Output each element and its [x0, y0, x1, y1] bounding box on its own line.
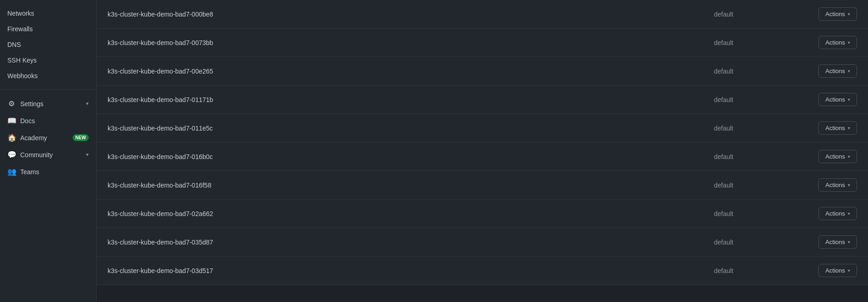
table-row: k3s-cluster-kube-demo-bad7-011e5cdefault… — [97, 114, 868, 142]
table-row: k3s-cluster-kube-demo-bad7-0073bbdefault… — [97, 28, 868, 57]
table-row: k3s-cluster-kube-demo-bad7-000be8default… — [97, 0, 868, 28]
row-tag: default — [655, 11, 793, 18]
row-name: k3s-cluster-kube-demo-bad7-000be8 — [108, 11, 655, 18]
sidebar-network-section: NetworksFirewallsDNSSSH KeysWebhooks — [0, 4, 96, 85]
actions-button-label: Actions — [825, 11, 845, 17]
actions-button-label: Actions — [825, 68, 845, 74]
row-actions-container: Actions▾ — [793, 207, 857, 220]
actions-button[interactable]: Actions▾ — [818, 64, 857, 78]
actions-button-label: Actions — [825, 39, 845, 46]
row-tag: default — [655, 153, 793, 160]
sidebar-item-teams-label: Teams — [20, 168, 89, 176]
actions-button[interactable]: Actions▾ — [818, 264, 857, 277]
sidebar-item-academy[interactable]: 🏠AcademyNEW — [0, 129, 96, 146]
row-name: k3s-cluster-kube-demo-bad7-00e265 — [108, 68, 655, 75]
row-tag: default — [655, 125, 793, 132]
row-actions-container: Actions▾ — [793, 150, 857, 163]
table-row: k3s-cluster-kube-demo-bad7-01171bdefault… — [97, 85, 868, 114]
sidebar-item-dns[interactable]: DNS — [0, 37, 96, 52]
row-tag: default — [655, 182, 793, 189]
table-row: k3s-cluster-kube-demo-bad7-016b0cdefault… — [97, 142, 868, 171]
community-chevron-icon: ▾ — [86, 152, 89, 158]
actions-chevron-icon: ▾ — [848, 68, 850, 74]
row-name: k3s-cluster-kube-demo-bad7-035d87 — [108, 239, 655, 246]
actions-button-label: Actions — [825, 153, 845, 160]
row-name: k3s-cluster-kube-demo-bad7-011e5c — [108, 125, 655, 132]
actions-button-label: Actions — [825, 125, 845, 131]
sidebar-item-settings-label: Settings — [20, 100, 81, 108]
row-tag: default — [655, 210, 793, 217]
table-row: k3s-cluster-kube-demo-bad7-00e265default… — [97, 57, 868, 85]
community-icon: 💬 — [7, 150, 16, 159]
sidebar-item-community[interactable]: 💬Community▾ — [0, 146, 96, 163]
actions-button[interactable]: Actions▾ — [818, 121, 857, 135]
row-name: k3s-cluster-kube-demo-bad7-0073bb — [108, 39, 655, 46]
row-actions-container: Actions▾ — [793, 64, 857, 78]
row-actions-container: Actions▾ — [793, 93, 857, 106]
actions-chevron-icon: ▾ — [848, 239, 850, 245]
actions-chevron-icon: ▾ — [848, 97, 850, 102]
actions-chevron-icon: ▾ — [848, 40, 850, 45]
actions-button[interactable]: Actions▾ — [818, 178, 857, 192]
sidebar-item-networks[interactable]: Networks — [0, 6, 96, 21]
sidebar-item-ssh-keys[interactable]: SSH Keys — [0, 52, 96, 68]
actions-button[interactable]: Actions▾ — [818, 235, 857, 249]
academy-badge: NEW — [73, 134, 89, 141]
settings-chevron-icon: ▾ — [86, 101, 89, 107]
row-actions-container: Actions▾ — [793, 121, 857, 135]
actions-button[interactable]: Actions▾ — [818, 7, 857, 21]
row-tag: default — [655, 39, 793, 46]
teams-icon: 👥 — [7, 167, 16, 176]
actions-chevron-icon: ▾ — [848, 125, 850, 131]
actions-chevron-icon: ▾ — [848, 182, 850, 188]
row-actions-container: Actions▾ — [793, 36, 857, 49]
actions-button[interactable]: Actions▾ — [818, 93, 857, 106]
actions-button-label: Actions — [825, 210, 845, 217]
actions-button[interactable]: Actions▾ — [818, 207, 857, 220]
row-actions-container: Actions▾ — [793, 235, 857, 249]
sidebar-item-community-label: Community — [20, 151, 81, 159]
row-tag: default — [655, 68, 793, 75]
actions-chevron-icon: ▾ — [848, 268, 850, 273]
sidebar-divider-1 — [0, 89, 96, 90]
sidebar-item-teams[interactable]: 👥Teams — [0, 163, 96, 180]
row-name: k3s-cluster-kube-demo-bad7-01171b — [108, 96, 655, 103]
sidebar-icon-section: ⚙Settings▾📖Docs🏠AcademyNEW💬Community▾👥Te… — [0, 93, 96, 182]
row-name: k3s-cluster-kube-demo-bad7-03d517 — [108, 267, 655, 274]
sidebar-item-webhooks[interactable]: Webhooks — [0, 68, 96, 84]
settings-icon: ⚙ — [7, 99, 16, 108]
sidebar-item-docs[interactable]: 📖Docs — [0, 112, 96, 129]
row-tag: default — [655, 239, 793, 246]
actions-button[interactable]: Actions▾ — [818, 36, 857, 49]
row-tag: default — [655, 267, 793, 274]
actions-chevron-icon: ▾ — [848, 11, 850, 17]
table-row: k3s-cluster-kube-demo-bad7-03d517default… — [97, 256, 868, 285]
actions-button-label: Actions — [825, 239, 845, 245]
main-content: k3s-cluster-kube-demo-bad7-000be8default… — [97, 0, 868, 302]
row-name: k3s-cluster-kube-demo-bad7-02a662 — [108, 210, 655, 217]
table-row: k3s-cluster-kube-demo-bad7-035d87default… — [97, 228, 868, 256]
actions-chevron-icon: ▾ — [848, 154, 850, 159]
actions-button-label: Actions — [825, 182, 845, 188]
nodes-table: k3s-cluster-kube-demo-bad7-000be8default… — [97, 0, 868, 285]
row-name: k3s-cluster-kube-demo-bad7-016f58 — [108, 182, 655, 189]
actions-button[interactable]: Actions▾ — [818, 150, 857, 163]
row-actions-container: Actions▾ — [793, 178, 857, 192]
sidebar-item-docs-label: Docs — [20, 117, 89, 125]
docs-icon: 📖 — [7, 116, 16, 125]
row-name: k3s-cluster-kube-demo-bad7-016b0c — [108, 153, 655, 160]
row-actions-container: Actions▾ — [793, 264, 857, 277]
sidebar-item-academy-label: Academy — [20, 134, 68, 142]
academy-icon: 🏠 — [7, 133, 16, 142]
sidebar-item-settings[interactable]: ⚙Settings▾ — [0, 95, 96, 112]
table-row: k3s-cluster-kube-demo-bad7-02a662default… — [97, 199, 868, 228]
actions-button-label: Actions — [825, 267, 845, 274]
table-row: k3s-cluster-kube-demo-bad7-016f58default… — [97, 171, 868, 199]
sidebar-item-firewalls[interactable]: Firewalls — [0, 21, 96, 37]
row-tag: default — [655, 96, 793, 103]
actions-chevron-icon: ▾ — [848, 211, 850, 216]
sidebar: NetworksFirewallsDNSSSH KeysWebhooks ⚙Se… — [0, 0, 97, 302]
actions-button-label: Actions — [825, 96, 845, 103]
row-actions-container: Actions▾ — [793, 7, 857, 21]
